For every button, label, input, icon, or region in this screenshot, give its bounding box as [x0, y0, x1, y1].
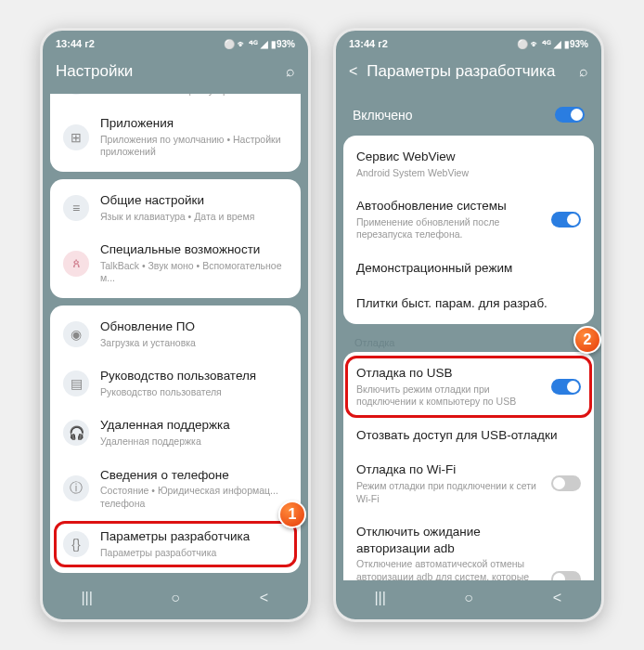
item-subtitle: Android System WebView [356, 167, 581, 180]
settings-item[interactable]: ⓘ Сведения о телефоне Состояние • Юридич… [50, 458, 301, 520]
settings-item[interactable]: ⊞ Приложения Приложения по умолчанию • Н… [50, 106, 301, 168]
header: < Параметры разработчика ⌕ [336, 53, 601, 94]
nav-home[interactable]: ○ [450, 590, 487, 606]
item-texts: Общие настройки Язык и клавиатура • Дата… [100, 192, 288, 223]
phone-right: 13:44 г2 ⚪ ᯤ ⁴ᴳ ◢ ▮93% < Параметры разра… [333, 28, 604, 622]
settings-group: ⊙ Обслуживание устройства Память • ОЗУ •… [50, 94, 301, 172]
item-title: Демонстрационный режим [356, 260, 581, 277]
item-icon: ◉ [63, 321, 89, 347]
nav-recent[interactable]: ||| [69, 590, 106, 606]
phone-left: 13:44 г2 ⚪ ᯤ ⁴ᴳ ◢ ▮93% Настройки ⌕ прило… [40, 28, 311, 622]
item-icon: ⓘ [63, 475, 89, 501]
item-title: Параметры разработчика [100, 528, 288, 545]
item-toggle[interactable] [551, 571, 581, 580]
item-texts: Руководство пользователя Руководство пол… [100, 368, 288, 398]
item-title: Руководство пользователя [100, 368, 288, 384]
settings-item[interactable]: ⊙ Обслуживание устройства Память • ОЗУ •… [50, 94, 301, 106]
nav-home[interactable]: ○ [157, 590, 194, 606]
item-title: Общие настройки [100, 192, 288, 209]
enabled-label: Включено [353, 108, 413, 123]
item-subtitle: Применение обновлений после перезапуска … [356, 216, 540, 241]
item-toggle[interactable] [551, 475, 581, 491]
item-title: Плитки быст. парам. для разраб. [356, 295, 581, 312]
item-subtitle: Отключение автоматической отмены авториз… [356, 558, 540, 580]
settings-group: Сервис WebView Android System WebView Ав… [343, 136, 594, 324]
item-subtitle: Включить режим отладки при подключении к… [356, 384, 540, 409]
status-indicators: ⚪ ᯤ ⁴ᴳ ◢ ▮93% [224, 39, 295, 49]
back-icon[interactable]: < [349, 63, 357, 80]
settings-item[interactable]: {} Параметры разработчика Параметры разр… [50, 519, 301, 568]
item-texts: Отключить ожидание авторизации adb Отклю… [356, 524, 540, 580]
item-subtitle: Удаленная поддержка [100, 436, 288, 448]
item-icon: ⊙ [63, 94, 89, 95]
item-texts: Обслуживание устройства Память • ОЗУ • З… [100, 94, 288, 97]
settings-item[interactable]: Плитки быст. парам. для разраб. [343, 286, 594, 321]
scroll-content[interactable]: Сервис WebView Android System WebView Ав… [336, 136, 601, 580]
status-bar: 13:44 г2 ⚪ ᯤ ⁴ᴳ ◢ ▮93% [336, 31, 601, 53]
item-icon: 🎧 [63, 420, 89, 446]
header: Настройки ⌕ [43, 53, 308, 94]
item-texts: Сервис WebView Android System WebView [356, 149, 581, 179]
item-toggle[interactable] [551, 379, 581, 395]
item-toggle[interactable] [551, 212, 581, 228]
status-time: 13:44 г2 [349, 38, 388, 49]
nav-back[interactable]: < [538, 590, 575, 606]
item-icon: ▤ [63, 370, 89, 396]
status-bar: 13:44 г2 ⚪ ᯤ ⁴ᴳ ◢ ▮93% [43, 31, 308, 53]
search-icon[interactable]: ⌕ [286, 63, 295, 80]
item-title: Автообновление системы [356, 198, 540, 214]
settings-group: ≡ Общие настройки Язык и клавиатура • Да… [50, 179, 301, 298]
nav-bar: ||| ○ < [336, 580, 601, 619]
item-texts: Обновление ПО Загрузка и установка [100, 318, 288, 349]
nav-back[interactable]: < [245, 590, 282, 606]
item-subtitle: Параметры разработчика [100, 547, 288, 560]
item-texts: Удаленная поддержка Удаленная поддержка [100, 417, 288, 448]
item-subtitle: Состояние • Юридическая информац... теле… [100, 485, 288, 510]
item-icon: ≡ [63, 195, 89, 221]
item-texts: Отладка по USB Включить режим отладки пр… [356, 365, 540, 409]
item-subtitle: Загрузка и установка [100, 337, 288, 350]
item-title: Сервис WebView [356, 149, 581, 165]
item-subtitle: Приложения по умолчанию • Настройки прил… [100, 134, 288, 159]
item-title: Отладка по Wi-Fi [356, 462, 540, 478]
item-icon: {} [63, 531, 89, 557]
settings-item[interactable]: 🎧 Удаленная поддержка Удаленная поддержк… [50, 408, 301, 457]
item-icon: ⊞ [63, 124, 89, 150]
settings-item[interactable]: ጰ Специальные возможности TalkBack • Зву… [50, 232, 301, 294]
item-title: Отладка по USB [356, 365, 540, 382]
nav-recent[interactable]: ||| [362, 590, 399, 606]
page-title: Параметры разработчика [367, 62, 579, 81]
item-title: Отозвать доступ для USB-отладки [356, 427, 581, 444]
item-texts: Специальные возможности TalkBack • Звук … [100, 241, 288, 285]
item-subtitle: Язык и клавиатура • Дата и время [100, 211, 288, 224]
status-indicators: ⚪ ᯤ ⁴ᴳ ◢ ▮93% [517, 39, 588, 49]
enabled-row[interactable]: Включено [336, 94, 601, 136]
item-texts: Сведения о телефоне Состояние • Юридичес… [100, 467, 288, 511]
settings-group: Отладка по USB Включить режим отладки пр… [343, 352, 594, 580]
item-subtitle: Руководство пользователя [100, 386, 288, 399]
settings-item[interactable]: Отозвать доступ для USB-отладки [343, 418, 594, 453]
settings-item[interactable]: Автообновление системы Применение обновл… [343, 188, 594, 251]
page-title: Настройки [56, 62, 286, 81]
section-label: Отладка2 [343, 332, 594, 352]
settings-item[interactable]: Отладка по USB Включить режим отладки пр… [343, 356, 594, 418]
callout-badge-2: 2 [573, 326, 601, 354]
item-texts: Отозвать доступ для USB-отладки [356, 427, 581, 444]
settings-item[interactable]: ◉ Обновление ПО Загрузка и установка [50, 309, 301, 358]
settings-item[interactable]: Демонстрационный режим [343, 251, 594, 286]
item-title: Приложения [100, 115, 288, 132]
enabled-toggle[interactable] [555, 107, 585, 123]
item-subtitle: Режим отладки при подключении к сети Wi-… [356, 480, 540, 505]
settings-item[interactable]: Отладка по Wi-Fi Режим отладки при подкл… [343, 452, 594, 514]
item-title: Отключить ожидание авторизации adb [356, 524, 540, 556]
settings-item[interactable]: ▤ Руководство пользователя Руководство п… [50, 358, 301, 408]
settings-item[interactable]: ≡ Общие настройки Язык и клавиатура • Да… [50, 183, 301, 232]
search-icon[interactable]: ⌕ [579, 63, 588, 80]
nav-bar: ||| ○ < [43, 580, 308, 619]
item-texts: Плитки быст. парам. для разраб. [356, 295, 581, 312]
settings-item[interactable]: Отключить ожидание авторизации adb Отклю… [343, 514, 594, 580]
scroll-content[interactable]: приложений • Режим сна⊙ Обслуживание уст… [43, 94, 308, 580]
settings-item[interactable]: Сервис WebView Android System WebView [343, 139, 594, 188]
status-time: 13:44 г2 [56, 38, 95, 49]
item-title: Сведения о телефоне [100, 467, 288, 484]
